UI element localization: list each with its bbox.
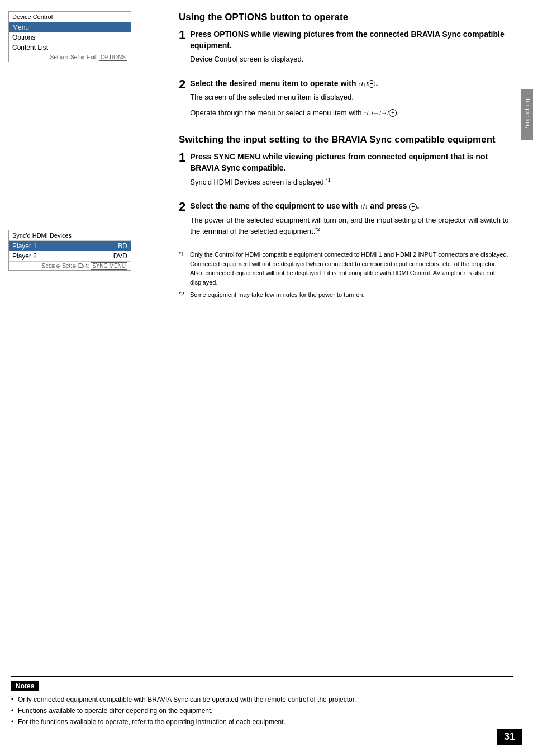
section2-step2-title: Select the name of the equipment to use … xyxy=(190,201,511,212)
section-options-button: Using the OPTIONS button to operate 1 Pr… xyxy=(179,11,511,122)
section2-step1-number: 1 xyxy=(179,152,185,164)
device-control-box: Device Control Menu Options Content List… xyxy=(8,11,131,62)
footnote2-marker: *2 xyxy=(179,290,184,299)
device-control-title: Device Control xyxy=(9,12,131,22)
device-control-footer: Set:⊞⊕ Set:⊕ Exit: OPTIONS xyxy=(9,53,131,62)
arrow-up-down-1: ↑/↓/ xyxy=(358,80,368,88)
notes-item-2: Functions available to operate differ de… xyxy=(11,706,513,716)
hdmi-player1-value: BD xyxy=(118,242,127,250)
section1-step1-body: Device Control screen is displayed. xyxy=(190,54,511,65)
main-content: Using the OPTIONS button to operate 1 Pr… xyxy=(173,0,533,756)
sidebar-tab-projecting: Projecting xyxy=(521,89,533,140)
syncd-hdmi-box: Sync'd HDMI Devices Player 1 BD Player 2… xyxy=(8,230,131,271)
footnote1: *1 Only the Control for HDMI compatible … xyxy=(179,250,511,287)
circle-icon-1: + xyxy=(368,80,375,88)
section2-step1-body: Sync'd HDMI Devices screen is displayed.… xyxy=(190,177,511,188)
notes-item-3: For the functions available to operate, … xyxy=(11,717,513,727)
notes-item-1: Only connected equipment compatible with… xyxy=(11,694,513,705)
step2-number: 2 xyxy=(179,78,185,91)
footnote1-marker: *1 xyxy=(179,250,184,258)
hdmi-player2-label: Player 2 xyxy=(12,252,37,260)
section2-step2-body: The power of the selected equipment will… xyxy=(190,215,511,237)
arrow-sym-2: ↑/↓/←/→/ xyxy=(364,108,389,118)
hdmi-player2-value: DVD xyxy=(113,252,127,260)
section2-step2: 2 Select the name of the equipment to us… xyxy=(179,201,511,241)
sidebar-tab-label: Projecting xyxy=(524,98,530,131)
footnote2: *2 Some equipment may take few minutes f… xyxy=(179,290,511,300)
section2-step2-number: 2 xyxy=(179,201,185,213)
notes-label: Notes xyxy=(11,681,39,691)
section1-step2: 2 Select the desired menu item to operat… xyxy=(179,78,511,123)
section1-step1: 1 Press OPTIONS while viewing pictures f… xyxy=(179,29,511,69)
section2-step1: 1 Press SYNC MENU while viewing pictures… xyxy=(179,152,511,192)
syncd-hdmi-title: Sync'd HDMI Devices xyxy=(9,230,131,241)
device-menu-item-content-list: Content List xyxy=(9,42,131,53)
section2-heading: Switching the input setting to the BRAVI… xyxy=(179,134,511,146)
section2-step1-title: Press SYNC MENU while viewing pictures f… xyxy=(190,152,511,173)
footnote2-text: Some equipment may take few minutes for … xyxy=(190,291,364,298)
section1-step2-body2: Operate through the menu or select a men… xyxy=(190,107,511,119)
section1-step2-title: Select the desired menu item to operate … xyxy=(190,78,511,89)
section1-step2-body1: The screen of the selected menu item is … xyxy=(190,92,511,103)
circle-icon-3: + xyxy=(409,203,417,211)
step1-number: 1 xyxy=(179,29,185,41)
notes-section: Notes Only connected equipment compatibl… xyxy=(11,676,513,728)
circle-icon-2: + xyxy=(389,109,397,117)
footnote1-text: Only the Control for HDMI compatible equ… xyxy=(190,251,508,286)
device-menu-item-menu: Menu xyxy=(9,22,131,32)
syncd-hdmi-footer: Set:⊞⊕ Set:⊕ Exit: SYNC MENU xyxy=(9,261,131,270)
hdmi-player1-label: Player 1 xyxy=(12,242,37,250)
left-column: Device Control Menu Options Content List… xyxy=(0,0,173,756)
page-number: 31 xyxy=(497,729,522,745)
hdmi-row-player2: Player 2 DVD xyxy=(9,251,131,261)
section1-heading: Using the OPTIONS button to operate xyxy=(179,11,511,23)
hdmi-row-player1: Player 1 BD xyxy=(9,241,131,251)
arrow-updown-3: ↑/↓ xyxy=(360,202,368,211)
section-switch-input: Switching the input setting to the BRAVI… xyxy=(179,134,511,300)
device-menu-item-options: Options xyxy=(9,32,131,42)
section1-step1-title: Press OPTIONS while viewing pictures fro… xyxy=(190,29,511,51)
